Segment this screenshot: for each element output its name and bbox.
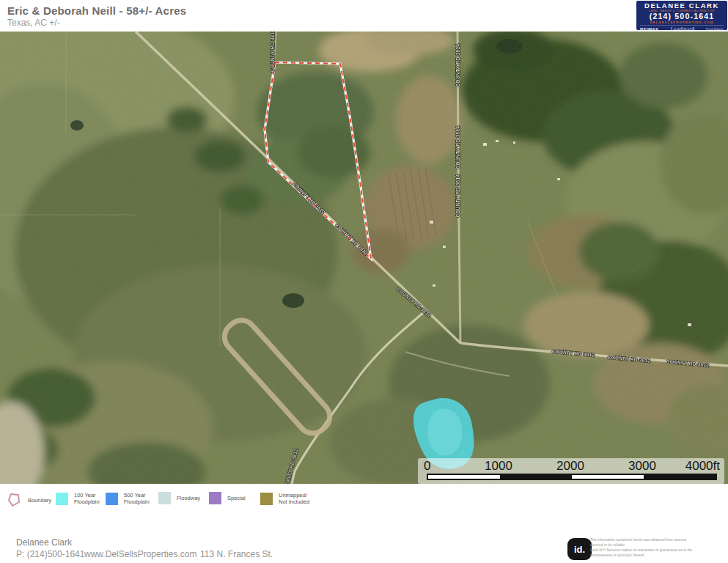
scale-label-0: 0: [424, 459, 430, 474]
road-label-0: COUNTY RD 3812: [270, 32, 275, 72]
legend-label-500-year-floodplain: 500 YearFloodplain: [124, 492, 150, 505]
road-label-2: COUNTY RD 3814: [455, 126, 460, 169]
agent-phone: (214) 500-1641: [636, 12, 727, 21]
agent-contact-card: DELANEE CLARK LAND, RANCH & COMMERCIAL R…: [636, 1, 727, 30]
legend-swatch-unmapped: [260, 493, 273, 505]
disclaimer-text: The information contained herein was obt…: [590, 537, 724, 558]
legend-label-floodway: Floodway: [177, 495, 200, 501]
remax-logo: RE/MAX: [640, 27, 658, 30]
header: Eric & Deborah Neill - 58+/- Acres Texas…: [0, 0, 728, 32]
legend-label-special: Special: [227, 495, 246, 501]
legend-label-100-year-floodplain: 100 YearFloodplain: [74, 492, 100, 505]
legend-item-floodway: Floodway: [158, 492, 200, 504]
aerial-imagery: COUNTY RD 3812COUNTY RD 3814COUNTY RD 38…: [0, 32, 728, 484]
page-title: Eric & Deborah Neill - 58+/- Acres: [7, 4, 186, 17]
legend-item-unmapped: Unmapped/Not Included: [260, 492, 309, 505]
agent-website: DELSELLSPROPERTIES.COM: [636, 21, 727, 24]
land-id-logo: id.: [567, 538, 592, 560]
legend-swatch-special: [209, 492, 221, 504]
legend-swatch-100-year-floodplain: [56, 493, 68, 505]
brokerage-row: RE/MAX Landmark Frank Roberts: [640, 25, 724, 30]
scale-bar-segments: [427, 474, 717, 480]
broker-name: Frank Roberts: [706, 28, 724, 30]
footer-address: 113 N. Frances St.: [200, 549, 273, 559]
scale-label-1000: 1000: [481, 459, 516, 474]
road-label-3: COUNTY RD 3814: [455, 174, 460, 218]
scale-label-2000: 2000: [553, 459, 588, 474]
legend-label-unmapped: Unmapped/Not Included: [279, 492, 309, 505]
footer-phone: P: (214)500-1641: [16, 549, 84, 559]
legend-item-boundary: Boundary: [7, 492, 51, 508]
aerial-map[interactable]: COUNTY RD 3812COUNTY RD 3814COUNTY RD 38…: [0, 32, 728, 484]
map-legend: Boundary100 YearFloodplain500 YearFloodp…: [0, 484, 728, 520]
legend-swatch-floodway: [158, 492, 171, 504]
boundary-outline-icon: [7, 492, 22, 508]
footer-website[interactable]: www.DelSellsProperties.com: [84, 549, 196, 559]
agent-name: DELANEE CLARK: [636, 2, 727, 10]
legend-item-special: Special: [209, 492, 246, 504]
brokerage-script: Landmark: [670, 26, 695, 30]
scale-label-4000: 4000ft: [673, 459, 720, 474]
footer-agent-name: Delanee Clark: [16, 537, 72, 548]
legend-swatch-500-year-floodplain: [106, 493, 118, 505]
grain-texture: [0, 32, 728, 484]
scale-bar: 0 1000 2000 3000 4000ft: [418, 458, 724, 484]
legend-label-boundary: Boundary: [28, 497, 51, 504]
legend-item-100-year-floodplain: 100 YearFloodplain: [56, 492, 100, 505]
footer: Delanee Clark P: (214)500-1641 www.DelSe…: [0, 520, 728, 563]
legend-item-500-year-floodplain: 500 YearFloodplain: [106, 492, 150, 505]
scale-label-3000: 3000: [625, 459, 660, 474]
page-subtitle: Texas, AC +/-: [7, 18, 60, 28]
road-label-1: COUNTY RD 3814: [455, 44, 460, 87]
